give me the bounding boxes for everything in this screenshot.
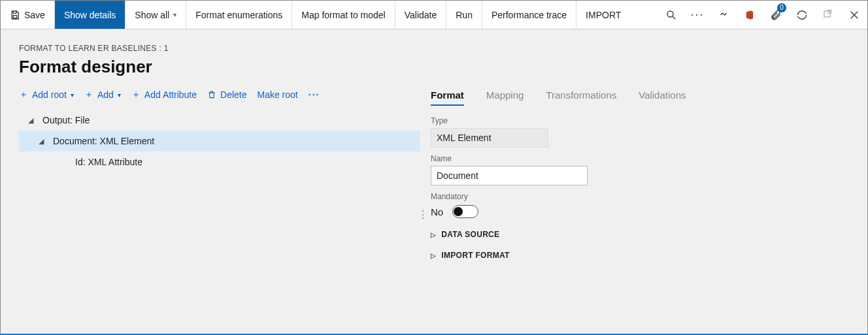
left-pane: FORMAT TO LEARN ER BASELINES : 1 Format … (19, 44, 420, 319)
search-icon (665, 9, 677, 21)
format-enumerations-label: Format enumerations (195, 10, 282, 20)
page-title: Format designer (19, 57, 420, 77)
format-tree: ◢ Output: File ◢ Document: XML Element I… (19, 110, 420, 172)
save-button[interactable]: Save (1, 1, 54, 29)
chevron-right-icon: ▷ (431, 231, 436, 238)
map-format-label: Map format to model (301, 10, 385, 20)
add-root-button[interactable]: ＋ Add root ▾ (19, 89, 74, 101)
svg-point-1 (667, 11, 673, 17)
add-attribute-label: Add Attribute (144, 89, 197, 100)
add-attribute-button[interactable]: ＋ Add Attribute (131, 89, 197, 101)
chevron-right-icon: ▷ (431, 252, 436, 259)
mandatory-label: Mandatory (431, 192, 849, 201)
map-format-button[interactable]: Map format to model (292, 1, 394, 29)
tree-node-label: Id: XML Attribute (75, 157, 142, 167)
attachments-icon-button[interactable]: 0 (763, 1, 789, 29)
make-root-button[interactable]: Make root (258, 89, 298, 100)
save-label: Save (24, 10, 45, 20)
delete-button[interactable]: Delete (207, 89, 246, 100)
office-icon (744, 9, 756, 21)
breadcrumb: FORMAT TO LEARN ER BASELINES : 1 (19, 44, 420, 53)
connector-icon-button[interactable] (710, 1, 737, 29)
plus-icon: ＋ (84, 89, 93, 101)
tree-node-output[interactable]: ◢ Output: File (19, 110, 420, 131)
add-label: Add (97, 89, 114, 100)
toolbar-right: ··· 0 (658, 1, 867, 29)
content-area: FORMAT TO LEARN ER BASELINES : 1 Format … (1, 29, 867, 334)
type-value: XML Element (431, 128, 548, 148)
details-tabs: Format Mapping Transformations Validatio… (431, 89, 849, 106)
chevron-down-icon: ▾ (173, 11, 176, 18)
office-icon-button[interactable] (737, 1, 763, 29)
command-bar: ＋ Add root ▾ ＋ Add ▾ ＋ Add Attribute Del… (19, 89, 420, 101)
import-button[interactable]: IMPORT (576, 1, 630, 29)
make-root-label: Make root (258, 89, 298, 100)
svg-line-2 (673, 16, 675, 19)
tree-node-label: Document: XML Element (53, 136, 154, 146)
show-all-label: Show all (135, 10, 169, 20)
plus-icon: ＋ (131, 89, 141, 101)
search-icon-button[interactable] (658, 1, 684, 29)
trash-icon (207, 90, 216, 99)
drag-handle-icon[interactable]: ⋮ (418, 208, 428, 221)
validate-label: Validate (405, 10, 437, 20)
show-details-button[interactable]: Show details (55, 1, 125, 29)
more-icon-button[interactable]: ··· (684, 1, 710, 29)
show-all-button[interactable]: Show all ▾ (125, 1, 186, 29)
expander-data-source[interactable]: ▷ DATA SOURCE (431, 230, 849, 239)
name-input[interactable] (431, 166, 588, 185)
mandatory-value: No (431, 206, 443, 217)
expander-label: IMPORT FORMAT (441, 251, 509, 260)
add-button[interactable]: ＋ Add ▾ (84, 89, 121, 101)
chevron-down-icon: ▾ (71, 91, 74, 99)
import-label: IMPORT (586, 10, 621, 20)
more-commands-button[interactable]: ··· (309, 89, 320, 100)
run-label: Run (456, 10, 473, 20)
refresh-icon-button[interactable] (789, 1, 815, 29)
svg-rect-0 (13, 15, 16, 18)
performance-trace-label: Performance trace (492, 10, 567, 20)
tab-mapping[interactable]: Mapping (486, 89, 524, 106)
popout-icon-button[interactable] (815, 1, 841, 29)
tree-node-document[interactable]: ◢ Document: XML Element (19, 131, 420, 152)
name-label: Name (431, 154, 849, 163)
tab-validations[interactable]: Validations (639, 89, 686, 106)
popout-icon (822, 9, 834, 21)
attachments-badge: 0 (777, 3, 786, 12)
add-root-label: Add root (32, 89, 67, 100)
close-icon (848, 9, 860, 21)
collapse-icon[interactable]: ◢ (35, 137, 48, 146)
tab-format[interactable]: Format (431, 89, 464, 106)
refresh-icon (796, 9, 808, 21)
tab-transformations[interactable]: Transformations (546, 89, 616, 106)
connector-icon (718, 9, 729, 21)
collapse-icon[interactable]: ◢ (24, 116, 37, 125)
plus-icon: ＋ (19, 89, 28, 101)
expander-label: DATA SOURCE (441, 230, 499, 239)
mandatory-toggle[interactable] (452, 205, 478, 218)
close-icon-button[interactable] (841, 1, 867, 29)
performance-trace-button[interactable]: Performance trace (482, 1, 576, 29)
run-button[interactable]: Run (446, 1, 482, 29)
delete-label: Delete (220, 89, 246, 100)
format-enumerations-button[interactable]: Format enumerations (186, 1, 292, 29)
top-toolbar: Save Show details Show all ▾ Format enum… (1, 1, 867, 29)
expander-import-format[interactable]: ▷ IMPORT FORMAT (431, 251, 849, 260)
save-icon (10, 10, 20, 20)
validate-button[interactable]: Validate (395, 1, 446, 29)
chevron-down-icon: ▾ (118, 91, 121, 99)
tree-node-label: Output: File (42, 115, 90, 125)
tree-node-id[interactable]: Id: XML Attribute (19, 152, 420, 172)
type-label: Type (431, 116, 849, 125)
details-pane: ⋮ Format Mapping Transformations Validat… (431, 44, 849, 319)
show-details-label: Show details (64, 10, 116, 20)
